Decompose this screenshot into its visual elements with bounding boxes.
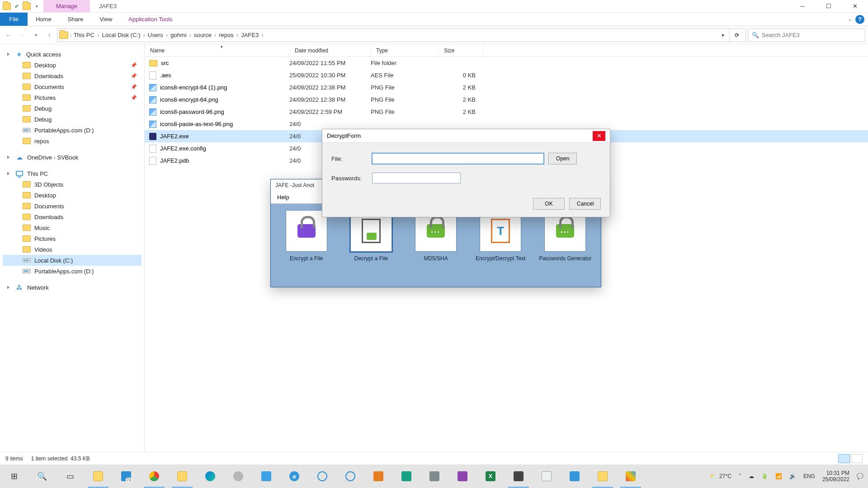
taskbar-app[interactable] (224, 465, 252, 488)
jafe-action-md5-sha[interactable]: ••• MD5/SHA (409, 210, 462, 262)
sidebar-item-documents[interactable]: Documents (3, 201, 142, 211)
ribbon-expand-icon[interactable]: ⌄ (848, 17, 852, 22)
sidebar-item-desktop[interactable]: Desktop (3, 190, 142, 201)
sidebar-quick-access[interactable]: ★ Quick access (3, 49, 142, 60)
minimize-button[interactable]: ─ (789, 0, 816, 12)
breadcrumb-item[interactable]: This PC (74, 32, 94, 38)
jafe-action-encrypt-file[interactable]: Encrypt a File (280, 210, 333, 262)
wifi-icon[interactable]: 📶 (775, 473, 782, 479)
taskbar-app[interactable] (336, 465, 364, 488)
jafe-action-password-gen[interactable]: ••• Passwords Generator (539, 210, 592, 262)
file-row[interactable]: icons8-encrypt-64.png24/09/2022 12:38 PM… (145, 94, 868, 106)
file-row[interactable]: src24/09/2022 11:55 PMFile folder (145, 57, 868, 69)
taskbar-app[interactable] (392, 465, 420, 488)
start-button[interactable]: ⊞ (0, 465, 28, 488)
tray-overflow-icon[interactable]: ˄ (739, 473, 741, 479)
close-button[interactable]: ✕ (842, 0, 868, 12)
search-input[interactable]: 🔍 Search JAFE3 (748, 28, 865, 42)
history-dropdown[interactable]: ▾ (30, 29, 42, 41)
open-button[interactable]: Open (548, 153, 577, 164)
taskbar-app-visualstudio[interactable] (448, 465, 476, 488)
sidebar-item-desktop[interactable]: Desktop📌 (3, 60, 142, 70)
sidebar-item-downloads[interactable]: Downloads📌 (3, 70, 142, 81)
sidebar-item-debug[interactable]: Debug (3, 103, 142, 114)
taskbar-app-mail[interactable]: 72 (112, 465, 140, 488)
ribbon-tab-file[interactable]: File (0, 13, 28, 26)
taskbar-app-jafe[interactable] (589, 465, 617, 488)
taskbar-app-explorer[interactable] (84, 465, 112, 488)
volume-icon[interactable]: 🔊 (789, 473, 796, 479)
jafe-action-decrypt-file[interactable]: Decrypt a File (344, 210, 397, 262)
forward-button[interactable]: → (16, 29, 28, 41)
folder-open-icon[interactable] (23, 2, 31, 10)
view-details-button[interactable] (838, 454, 850, 463)
ribbon-tab-share[interactable]: Share (60, 13, 92, 26)
passwords-input[interactable] (372, 173, 461, 183)
view-large-icons-button[interactable] (851, 454, 863, 463)
jafe-menu-help[interactable]: Help (277, 194, 289, 201)
ok-button[interactable]: OK (533, 198, 565, 210)
taskbar-app-paint[interactable] (617, 465, 645, 488)
breadcrumb-item[interactable]: source (194, 32, 212, 38)
file-row[interactable]: icons8-password-96.png24/09/2022 2:59 PM… (145, 106, 868, 118)
breadcrumb-item[interactable]: Local Disk (C:) (102, 32, 140, 38)
sidebar-this-pc[interactable]: This PC (3, 168, 142, 179)
sidebar-item-repos[interactable]: repos (3, 136, 142, 146)
search-button[interactable]: 🔍 (28, 465, 56, 488)
sidebar-item-pictures[interactable]: Pictures📌 (3, 92, 142, 103)
taskbar-app[interactable] (364, 465, 392, 488)
ribbon-contextual-manage[interactable]: Manage (43, 0, 90, 12)
dialog-titlebar[interactable]: DecryptForm ✕ (322, 129, 610, 143)
taskbar-app[interactable] (308, 465, 336, 488)
sidebar-item-portableapps-d[interactable]: PortableApps.com (D:) (3, 266, 142, 277)
sidebar-item-documents[interactable]: Documents📌 (3, 81, 142, 92)
checkmark-icon[interactable]: ✔ (13, 2, 21, 10)
action-center-icon[interactable]: 💬 (857, 473, 863, 479)
ribbon-tab-view[interactable]: View (91, 13, 120, 26)
file-row[interactable]: icons8-encrypt-64 (1).png24/09/2022 12:3… (145, 81, 868, 94)
taskbar-app[interactable] (420, 465, 448, 488)
breadcrumb[interactable]: This PC› Local Disk (C:)› Users› gohmi› … (74, 32, 265, 38)
taskbar-app[interactable] (561, 465, 589, 488)
address-dropdown-icon[interactable]: ▾ (717, 29, 729, 42)
battery-icon[interactable]: 🔋 (761, 473, 768, 479)
taskbar-app-notepad[interactable] (533, 465, 561, 488)
file-input[interactable] (372, 153, 544, 164)
up-button[interactable]: ↑ (43, 29, 55, 41)
sidebar-item-local-disk-c[interactable]: Local Disk (C:) (3, 255, 142, 266)
file-row[interactable]: icons8-paste-as-text-96.png24/0 (145, 118, 868, 130)
sidebar-item-debug[interactable]: Debug (3, 114, 142, 125)
taskbar-app-explorer-2[interactable] (168, 465, 196, 488)
qat-dropdown-icon[interactable]: ▾ (33, 2, 41, 10)
ribbon-tab-home[interactable]: Home (28, 13, 60, 26)
ribbon-tab-application-tools[interactable]: Application Tools (120, 13, 180, 26)
taskbar-app[interactable] (505, 465, 533, 488)
task-view-button[interactable]: ▭ (56, 465, 84, 488)
file-row[interactable]: .aes25/09/2022 10:30 PMAES File0 KB (145, 69, 868, 81)
weather-widget[interactable]: ⛅ 27°C (710, 473, 731, 479)
language-indicator[interactable]: ENG (803, 473, 815, 479)
address-bar[interactable]: › This PC› Local Disk (C:)› Users› gohmi… (57, 28, 746, 42)
clock[interactable]: 10:31 PM 25/09/2022 (822, 470, 849, 483)
maximize-button[interactable]: ☐ (816, 0, 842, 12)
sidebar-item-pictures[interactable]: Pictures (3, 233, 142, 244)
taskbar-app-excel[interactable]: X (476, 465, 505, 488)
sidebar-item-downloads[interactable]: Downloads (3, 211, 142, 222)
cancel-button[interactable]: Cancel (569, 198, 601, 210)
jafe-action-encrypt-text[interactable]: T Encrypt/Decrypt Text (474, 210, 527, 262)
taskbar-app[interactable] (252, 465, 280, 488)
breadcrumb-item[interactable]: repos (219, 32, 234, 38)
sidebar-item-videos[interactable]: Videos (3, 244, 142, 255)
taskbar-app-ie[interactable]: e (280, 465, 308, 488)
dialog-close-button[interactable]: ✕ (593, 131, 605, 141)
sidebar-item-music[interactable]: Music (3, 222, 142, 233)
sidebar-network[interactable]: 🖧Network (3, 282, 142, 293)
refresh-button[interactable]: ⟳ (729, 29, 744, 42)
back-button[interactable]: ← (3, 29, 14, 41)
breadcrumb-item[interactable]: JAFE3 (241, 32, 259, 38)
taskbar-app-edge[interactable] (196, 465, 224, 488)
help-icon[interactable]: ? (855, 15, 864, 24)
breadcrumb-item[interactable]: gohmi (170, 32, 186, 38)
sidebar-onedrive[interactable]: ☁OneDrive - SVBook (3, 152, 142, 163)
onedrive-icon[interactable]: ☁ (749, 473, 754, 479)
